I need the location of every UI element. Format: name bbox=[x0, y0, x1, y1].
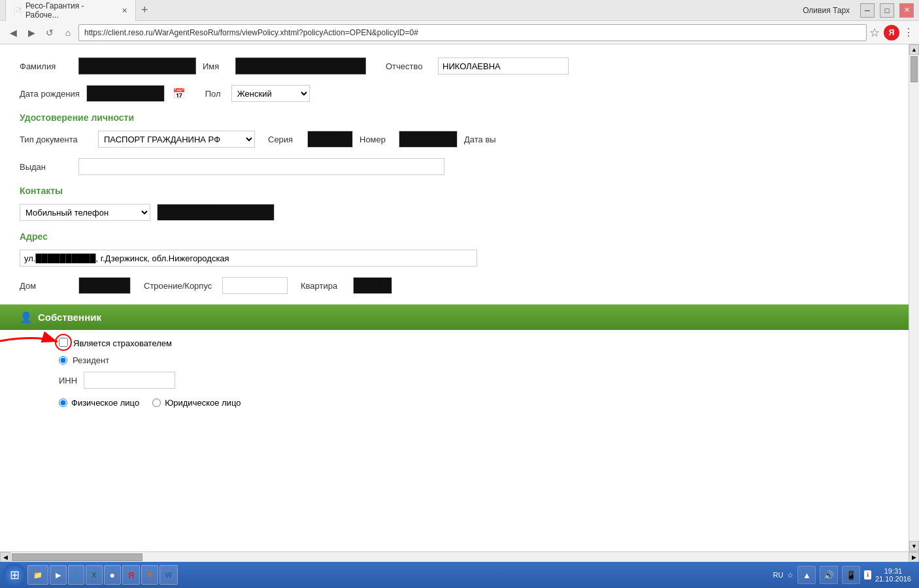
owner-person-icon: 👤 bbox=[20, 311, 33, 323]
udostoverenie-header: Удостоверение личности bbox=[20, 112, 889, 123]
tab-bar: 📄 Ресо-Гарантия - Рабоче... ✕ + bbox=[5, 0, 797, 22]
nav-actions: ☆ Я ⋮ bbox=[869, 25, 914, 41]
menu-dots-icon[interactable]: ⋮ bbox=[903, 26, 914, 39]
horizontal-scrollbar[interactable]: ◀ ▶ bbox=[0, 551, 919, 562]
nav-bar: ◀ ▶ ↺ ⌂ ☆ Я ⋮ bbox=[0, 21, 919, 44]
minimize-button[interactable]: ─ bbox=[860, 3, 875, 18]
taskbar-right: RU ☆ ▲ 🔊 📱 i 19:31 21.10.2016 bbox=[768, 566, 916, 584]
taskbar-yandex-button[interactable]: Я bbox=[122, 565, 140, 585]
inn-label: ИНН bbox=[59, 376, 78, 385]
vydan-label: Выдан bbox=[20, 162, 72, 172]
seriya-input[interactable] bbox=[307, 131, 353, 148]
network-icon[interactable]: ▲ bbox=[797, 566, 816, 584]
tab-title: Ресо-Гарантия - Рабоче... bbox=[25, 1, 115, 20]
clock-display[interactable]: 19:31 21.10.2016 bbox=[875, 567, 911, 583]
reload-button[interactable]: ↺ bbox=[42, 25, 58, 41]
recommend-icon[interactable]: i bbox=[864, 570, 871, 580]
является-label: Является страхователем bbox=[73, 338, 172, 348]
vertical-scrollbar[interactable]: ▲ ▼ bbox=[909, 44, 919, 551]
yuridicheskoe-text: Юридическое лицо bbox=[165, 398, 241, 408]
browser-tab[interactable]: 📄 Ресо-Гарантия - Рабоче... ✕ bbox=[5, 0, 136, 22]
home-button[interactable]: ⌂ bbox=[60, 25, 76, 41]
imya-label: Имя bbox=[203, 61, 229, 71]
pol-label: Пол bbox=[205, 89, 225, 99]
excel-icon: X bbox=[92, 571, 96, 579]
data-rozhdeniya-input[interactable] bbox=[86, 85, 165, 102]
phone-type-select[interactable]: Мобильный телефон bbox=[20, 204, 150, 221]
inn-row: ИНН bbox=[59, 372, 889, 389]
taskbar: ⊞ 📁 ▶ e X ● Я Y W RU ☆ ▲ bbox=[0, 562, 919, 588]
taskbar-excel-button[interactable]: X bbox=[86, 565, 102, 585]
taskbar-ie-button[interactable]: e bbox=[68, 565, 84, 585]
h-scrollbar-right-button[interactable]: ▶ bbox=[909, 552, 919, 563]
back-button[interactable]: ◀ bbox=[5, 25, 21, 41]
phone-input[interactable] bbox=[157, 204, 275, 221]
taskbar-media-button[interactable]: ▶ bbox=[50, 565, 67, 585]
fizicheskoe-radio[interactable] bbox=[59, 399, 67, 407]
calendar-icon[interactable]: 📅 bbox=[173, 88, 186, 100]
maximize-button[interactable]: □ bbox=[880, 3, 894, 18]
address-full-row bbox=[20, 250, 889, 267]
dom-label: Дом bbox=[20, 281, 72, 291]
familiya-label: Фамилия bbox=[20, 61, 72, 71]
fizicheskoe-label: Физическое лицо bbox=[59, 398, 139, 408]
entity-row: Физическое лицо Юридическое лицо bbox=[59, 398, 889, 408]
address-full-input[interactable] bbox=[20, 250, 477, 267]
rezident-row: Резидент bbox=[59, 355, 889, 365]
address-input[interactable] bbox=[78, 24, 867, 41]
media-icon: ▶ bbox=[56, 571, 61, 580]
time-display: 19:31 bbox=[875, 567, 911, 575]
nomer-input[interactable] bbox=[399, 131, 458, 148]
forward-button[interactable]: ▶ bbox=[24, 25, 39, 41]
volume-icon[interactable]: 🔊 bbox=[820, 566, 838, 584]
start-button[interactable]: ⊞ bbox=[3, 563, 26, 587]
taskbar-yandex2-button[interactable]: Y bbox=[141, 565, 158, 585]
otchestvo-input[interactable] bbox=[438, 57, 569, 74]
tab-close-button[interactable]: ✕ bbox=[122, 7, 127, 15]
pol-select[interactable]: Женский Мужской bbox=[231, 85, 310, 102]
h-scrollbar-left-button[interactable]: ◀ bbox=[0, 552, 10, 563]
mobile-icon[interactable]: 📱 bbox=[842, 566, 860, 584]
kontakty-header: Контакты bbox=[20, 186, 889, 196]
scrollbar-track-space bbox=[909, 84, 919, 541]
user-name: Оливия Тарх bbox=[797, 6, 855, 15]
taskbar-explorer-button[interactable]: 📁 bbox=[27, 565, 48, 585]
familiya-input[interactable] bbox=[78, 57, 196, 74]
name-row: Фамилия Имя Отчество bbox=[20, 57, 889, 74]
fizicheskoe-text: Физическое лицо bbox=[71, 398, 139, 408]
dom-input[interactable] bbox=[78, 277, 131, 294]
owner-bar: 👤 Собственник bbox=[0, 304, 909, 330]
imya-input[interactable] bbox=[235, 57, 366, 74]
yuridicheskoe-label: Юридическое лицо bbox=[152, 398, 241, 408]
kvartira-label: Квартира bbox=[301, 281, 346, 291]
windows-icon: ⊞ bbox=[10, 568, 20, 582]
tip-dokumenta-select[interactable]: ПАСПОРТ ГРАЖДАНИНА РФ bbox=[98, 131, 255, 148]
page-content: Фамилия Имя Отчество Дата рождения 📅 Пол bbox=[0, 44, 909, 421]
vydan-input[interactable] bbox=[78, 158, 444, 175]
owner-label: Собственник bbox=[38, 312, 101, 323]
new-tab-button[interactable]: + bbox=[141, 3, 148, 17]
является-row: Является страхователем bbox=[59, 338, 889, 349]
lang-sub: ☆ bbox=[787, 571, 794, 580]
yandex-icon[interactable]: Я bbox=[884, 25, 899, 41]
vydan-row: Выдан bbox=[20, 158, 889, 175]
ie-icon: e bbox=[74, 570, 78, 580]
yuridicheskoe-radio[interactable] bbox=[152, 399, 161, 407]
bookmark-icon[interactable]: ☆ bbox=[869, 25, 880, 40]
inn-input[interactable] bbox=[84, 372, 175, 389]
taskbar-word-button[interactable]: W bbox=[159, 565, 178, 585]
close-button[interactable]: ✕ bbox=[899, 3, 914, 18]
является-checkbox[interactable] bbox=[59, 338, 68, 347]
scrollbar-up-button[interactable]: ▲ bbox=[909, 44, 919, 55]
taskbar-chrome-button[interactable]: ● bbox=[104, 565, 121, 585]
scrollbar-down-button[interactable]: ▼ bbox=[909, 541, 919, 551]
stroenie-input[interactable] bbox=[222, 277, 288, 294]
window-controls: Оливия Тарх ─ □ ✕ bbox=[797, 3, 914, 18]
lang-indicator: RU bbox=[773, 571, 784, 579]
rezident-radio[interactable] bbox=[59, 356, 67, 365]
является-checkbox-wrapper bbox=[59, 338, 73, 349]
h-scrollbar-thumb[interactable] bbox=[12, 553, 142, 561]
scrollbar-thumb[interactable] bbox=[911, 56, 918, 82]
seriya-label: Серия bbox=[268, 135, 301, 144]
kvartira-input[interactable] bbox=[353, 277, 392, 294]
